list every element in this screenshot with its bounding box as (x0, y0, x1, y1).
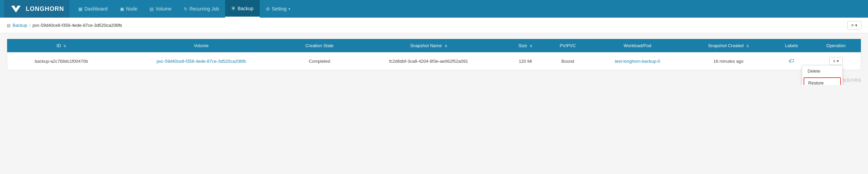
col-header-volume: Volume (116, 39, 287, 52)
brand[interactable]: LONGHORN (4, 0, 70, 18)
col-label-workload-pod: Workload/Pod (624, 43, 651, 48)
col-label-snapshot-created: Snapshot Created (708, 43, 744, 48)
breadcrumb-root[interactable]: Backup (13, 23, 27, 28)
col-label-creation-state: Creation State (305, 43, 334, 48)
operation-chevron-icon: ▾ (837, 59, 839, 63)
setting-chevron-icon: ▾ (289, 7, 290, 11)
col-header-pv-pvc: PV/PVC (546, 39, 590, 52)
cell-snapshot-created: 16 minutes ago (685, 52, 772, 70)
row-size-value: 120 Mi (519, 59, 532, 64)
nav-label-backup: Backup (238, 6, 254, 11)
row-pv-pvc-value: Bound (561, 59, 574, 64)
row-volume-link[interactable]: pvc-59d40ce8-f358-4ede-87ce-3d520ca206fb (157, 59, 246, 64)
nav-label-recurring-job: Recurring Job (190, 6, 219, 12)
nav-label-volume: Volume (156, 6, 172, 12)
col-header-size[interactable]: Size ⇅ (505, 39, 546, 52)
view-toggle-list-icon: ≡ (851, 23, 854, 28)
data-table-wrapper: ID ⇅ Volume Creation State Snapshot Name… (7, 39, 861, 70)
sort-icon-snapshot-name: ⇅ (445, 44, 447, 48)
nav-label-setting: Setting (272, 6, 287, 12)
row-creation-state-value: Completed (309, 59, 330, 64)
setting-icon: ⚙ (266, 6, 270, 12)
cell-workload-pod: test-longhorn-backup-0 (590, 52, 685, 70)
breadcrumb: ▤ Backup / pvc-59d40ce8-f358-4ede-87ce-3… (7, 23, 122, 28)
breadcrumb-separator: / (29, 23, 31, 28)
row-id-value: backup-a2c768dc1f00470b (35, 59, 88, 64)
navbar: LONGHORN ▦ Dashboard ▣ Node ▤ Volume ↻ R… (0, 0, 868, 18)
sort-icon-snapshot-created: ⇅ (746, 44, 749, 48)
nav-items: ▦ Dashboard ▣ Node ▤ Volume ↻ Recurring … (72, 0, 296, 18)
col-header-snapshot-name[interactable]: Snapshot Name ⇅ (352, 39, 505, 52)
col-header-id[interactable]: ID ⇅ (7, 39, 116, 52)
col-label-operation: Operation (826, 43, 846, 48)
cell-snapshot-name: fc2d6dbf-3ca8-4204-8f3e-ae062f52a091 (352, 52, 505, 70)
cell-pv-pvc: Bound (546, 52, 590, 70)
cell-size: 120 Mi (505, 52, 546, 70)
view-toggle-chevron-icon: ▾ (855, 23, 857, 28)
backup-table: ID ⇅ Volume Creation State Snapshot Name… (7, 39, 861, 70)
col-label-snapshot-name: Snapshot Name (410, 43, 442, 48)
cell-creation-state: Completed (287, 52, 352, 70)
breadcrumb-icon: ▤ (7, 23, 11, 28)
col-header-labels: Labels (772, 39, 811, 52)
sort-icon-size: ⇅ (530, 44, 532, 48)
nav-item-setting[interactable]: ⚙ Setting ▾ (260, 0, 297, 18)
volume-icon: ▤ (150, 6, 154, 12)
col-label-pv-pvc: PV/PVC (560, 43, 576, 48)
recurring-job-icon: ↻ (184, 6, 188, 12)
col-header-snapshot-created[interactable]: Snapshot Created ⇅ (685, 39, 772, 52)
col-label-labels: Labels (785, 43, 798, 48)
cell-volume: pvc-59d40ce8-f358-4ede-87ce-3d520ca206fb (116, 52, 287, 70)
table-header-row: ID ⇅ Volume Creation State Snapshot Name… (7, 39, 861, 52)
col-label-size: Size (518, 43, 527, 48)
operation-button[interactable]: ≡ ▾ (829, 57, 843, 65)
cell-id: backup-a2c768dc1f00470b (7, 52, 116, 70)
nav-item-node[interactable]: ▣ Node (114, 0, 143, 18)
delete-button[interactable]: Delete (802, 65, 842, 77)
nav-item-backup[interactable]: ⛨ Backup (225, 0, 260, 18)
col-header-creation-state: Creation State (287, 39, 352, 52)
col-label-volume: Volume (194, 43, 209, 48)
brand-name: LONGHORN (26, 5, 64, 13)
dashboard-icon: ▦ (78, 6, 82, 12)
col-label-id: ID (57, 43, 61, 48)
footer-watermark: CSDN @鬼畜的稀饭 (0, 76, 868, 85)
row-snapshot-created-value: 16 minutes ago (713, 59, 744, 64)
row-workload-pod-link[interactable]: test-longhorn-backup-0 (615, 59, 660, 64)
backup-icon: ⛨ (231, 6, 236, 11)
table-row: backup-a2c768dc1f00470b pvc-59d40ce8-f35… (7, 52, 861, 70)
cell-operation: ≡ ▾ Delete Restore Get URL (811, 52, 861, 70)
col-header-workload-pod: Workload/Pod (590, 39, 685, 52)
node-icon: ▣ (120, 6, 124, 12)
operation-dropdown-menu: Delete Restore Get URL (802, 65, 843, 85)
col-header-operation: Operation (811, 39, 861, 52)
brand-logo-icon (9, 3, 22, 14)
sort-icon-id: ⇅ (63, 44, 66, 48)
nav-label-dashboard: Dashboard (84, 6, 108, 12)
breadcrumb-bar: ▤ Backup / pvc-59d40ce8-f358-4ede-87ce-3… (0, 18, 868, 33)
nav-item-volume[interactable]: ▤ Volume (143, 0, 178, 18)
label-tag-icon[interactable]: 🏷 (789, 58, 794, 64)
row-snapshot-name-value: fc2d6dbf-3ca8-4204-8f3e-ae062f52a091 (389, 59, 468, 64)
main-content: ID ⇅ Volume Creation State Snapshot Name… (0, 33, 868, 76)
nav-label-node: Node (126, 6, 137, 12)
nav-item-dashboard[interactable]: ▦ Dashboard (72, 0, 114, 18)
nav-item-recurring-job[interactable]: ↻ Recurring Job (178, 0, 225, 18)
operation-dropdown: ≡ ▾ Delete Restore Get URL (829, 57, 843, 65)
breadcrumb-current: pvc-59d40ce8-f358-4ede-87ce-3d520ca206fb (33, 23, 122, 28)
operation-list-icon: ≡ (833, 59, 835, 63)
restore-button[interactable]: Restore (804, 77, 841, 85)
view-toggle-button[interactable]: ≡ ▾ (847, 21, 861, 30)
